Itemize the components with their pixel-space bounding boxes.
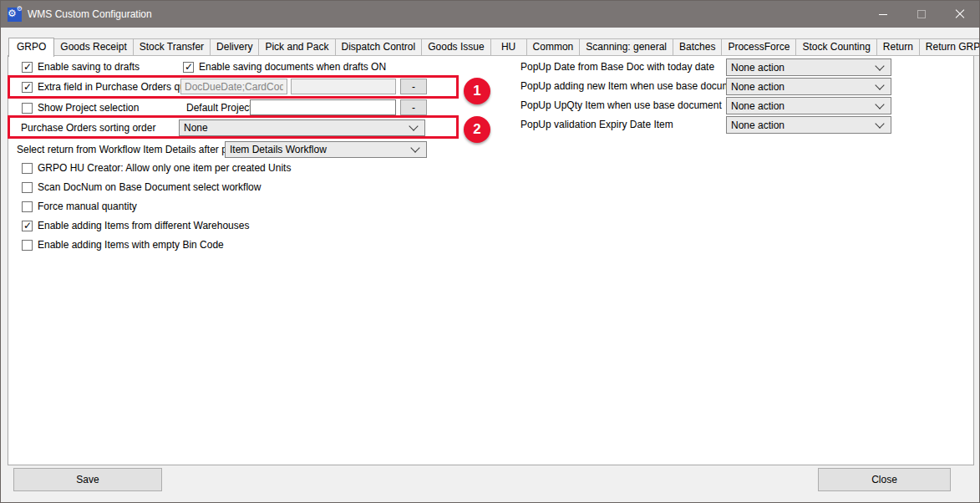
extra-field-query-input-2[interactable]	[291, 79, 396, 94]
popup-validation-expiry-date-dropdown[interactable]: None action	[726, 116, 891, 134]
checkbox-icon	[22, 103, 33, 114]
checkbox-enable-saving-documents-when-drafts-on[interactable]: Enable saving documents when drafts ON	[183, 61, 386, 73]
dropdown-value: None action	[731, 119, 785, 131]
tab-batches[interactable]: Batches	[673, 38, 722, 56]
dropdown-value: None action	[731, 81, 785, 93]
tab-grpo[interactable]: GRPO	[8, 38, 54, 57]
checkbox-enable-adding-items-different-warehouses[interactable]: Enable adding Items from different Wareh…	[22, 220, 249, 231]
checkbox-grpo-hu-creator-one-item[interactable]: GRPO HU Creator: Allow only one item per…	[22, 162, 291, 174]
checkbox-label: Enable adding Items from different Wareh…	[38, 220, 249, 231]
tab-processforce[interactable]: ProcessForce	[721, 38, 796, 56]
popup-validation-expiry-date-label: PopUp validation Expiry Date Item	[520, 119, 673, 130]
tab-goods-receipt[interactable]: Goods Receipt	[53, 38, 133, 56]
window-title: WMS Custom Configuration	[28, 8, 152, 20]
tab-return-grpo[interactable]: Return GRPO	[919, 38, 980, 56]
checkbox-icon	[22, 62, 33, 73]
checkbox-enable-saving-to-drafts[interactable]: Enable saving to drafts	[22, 61, 140, 73]
app-gears-icon: ⚙ ⚙	[8, 8, 22, 22]
chevron-down-icon	[875, 99, 884, 109]
checkbox-icon	[22, 163, 33, 174]
tab-hu[interactable]: HU	[490, 38, 527, 56]
checkbox-show-project-selection[interactable]: Show Project selection	[22, 102, 139, 114]
checkbox-icon	[22, 82, 33, 93]
extra-field-clear-button[interactable]: -	[400, 79, 427, 94]
chevron-down-icon	[875, 61, 884, 70]
tab-goods-issue[interactable]: Goods Issue	[421, 38, 490, 56]
default-project-label: Default Project	[186, 102, 252, 114]
dropdown-value: None action	[731, 100, 785, 112]
maximize-button	[902, 1, 941, 28]
checkbox-icon	[22, 240, 33, 251]
chevron-down-icon	[409, 121, 418, 130]
maximize-icon	[917, 10, 926, 18]
workflow-return-dropdown[interactable]: Item Details Workflow	[225, 141, 427, 158]
default-project-input[interactable]	[250, 99, 396, 115]
popup-upqty-item-dropdown[interactable]: None action	[726, 97, 891, 114]
checkbox-scan-docnum-base-document[interactable]: Scan DocNum on Base Document select work…	[22, 181, 261, 193]
checkbox-label: Enable saving to drafts	[38, 61, 140, 73]
dropdown-value: Item Details Workflow	[230, 144, 327, 155]
checkbox-icon	[22, 201, 33, 212]
tab-common[interactable]: Common	[526, 38, 581, 56]
annotation-badge-1: 1	[464, 78, 490, 104]
titlebar: ⚙ ⚙ WMS Custom Configuration	[1, 1, 979, 28]
tab-dispatch-control[interactable]: Dispatch Control	[335, 38, 423, 56]
default-project-clear-button[interactable]: -	[400, 99, 427, 115]
checkbox-enable-adding-items-empty-bin-code[interactable]: Enable adding Items with empty Bin Code	[22, 239, 224, 251]
dropdown-value: None	[184, 122, 208, 134]
chevron-down-icon	[875, 80, 884, 89]
dropdown-value: None action	[731, 62, 785, 74]
minimize-icon	[879, 14, 887, 15]
tab-delivery[interactable]: Delivery	[210, 38, 259, 56]
checkbox-label: Extra field in Purchase Orders query	[38, 81, 199, 93]
popup-date-base-doc-dropdown[interactable]: None action	[726, 58, 891, 76]
checkbox-label: Enable saving documents when drafts ON	[199, 61, 386, 73]
wms-custom-configuration-window: ⚙ ⚙ WMS Custom Configuration GRPO Goods …	[0, 0, 980, 503]
annotation-badge-2: 2	[464, 116, 490, 143]
checkbox-label: Force manual quantity	[38, 201, 137, 212]
window-controls	[864, 1, 979, 28]
extra-field-query-input[interactable]	[180, 79, 287, 94]
popup-adding-new-item-dropdown[interactable]: None action	[726, 78, 891, 95]
tab-return[interactable]: Return	[876, 38, 920, 56]
tab-pick-and-pack[interactable]: Pick and Pack	[258, 38, 335, 56]
close-window-button[interactable]	[941, 1, 979, 28]
checkbox-label: Show Project selection	[38, 102, 139, 114]
tab-strip: GRPO Goods Receipt Stock Transfer Delive…	[9, 37, 980, 56]
checkbox-extra-field-in-purchase-orders-query[interactable]: Extra field in Purchase Orders query	[22, 81, 199, 93]
tab-scanning-general[interactable]: Scanning: general	[579, 38, 673, 56]
chevron-down-icon	[410, 143, 419, 152]
close-icon	[955, 9, 965, 19]
minimize-button[interactable]	[864, 1, 902, 28]
chevron-down-icon	[875, 119, 884, 128]
popup-date-base-doc-label: PopUp Date from Base Doc with today date	[520, 61, 714, 73]
purchase-orders-sorting-order-label: Purchase Orders sorting order	[21, 122, 155, 134]
popup-adding-new-item-label: PopUp adding new Item when use base docu…	[520, 80, 744, 92]
checkbox-label: GRPO HU Creator: Allow only one item per…	[38, 162, 291, 174]
checkbox-label: Enable adding Items with empty Bin Code	[38, 239, 224, 251]
checkbox-icon	[22, 221, 33, 231]
purchase-orders-sorting-order-dropdown[interactable]: None	[179, 119, 425, 136]
tab-stock-counting[interactable]: Stock Counting	[795, 38, 876, 56]
tab-stock-transfer[interactable]: Stock Transfer	[133, 38, 211, 56]
checkbox-icon	[22, 182, 33, 193]
checkbox-label: Scan DocNum on Base Document select work…	[38, 181, 261, 193]
close-button[interactable]: Close	[818, 468, 951, 491]
popup-upqty-item-label: PopUp UpQty Item when use base document	[520, 99, 722, 111]
workflow-return-label: Select return from Workflow Item Details…	[17, 144, 240, 155]
save-button[interactable]: Save	[13, 468, 162, 491]
checkbox-force-manual-quantity[interactable]: Force manual quantity	[22, 201, 137, 212]
checkbox-icon	[183, 62, 194, 73]
